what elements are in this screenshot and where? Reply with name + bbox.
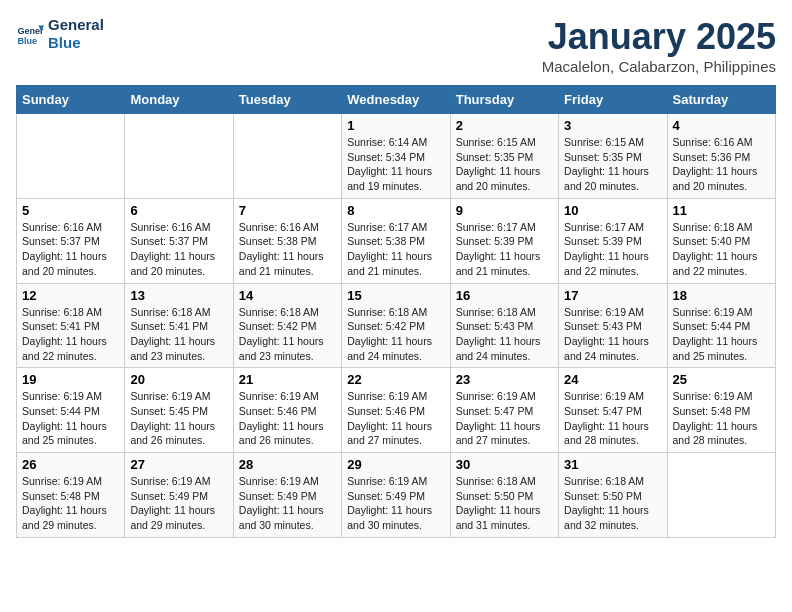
day-number: 29 [347,457,444,472]
day-cell [17,114,125,199]
day-cell: 28Sunrise: 6:19 AMSunset: 5:49 PMDayligh… [233,453,341,538]
day-cell: 29Sunrise: 6:19 AMSunset: 5:49 PMDayligh… [342,453,450,538]
day-cell: 18Sunrise: 6:19 AMSunset: 5:44 PMDayligh… [667,283,775,368]
day-number: 16 [456,288,553,303]
day-number: 13 [130,288,227,303]
day-info: Sunrise: 6:18 AMSunset: 5:41 PMDaylight:… [22,305,119,364]
day-number: 19 [22,372,119,387]
day-number: 20 [130,372,227,387]
day-number: 22 [347,372,444,387]
day-info: Sunrise: 6:19 AMSunset: 5:49 PMDaylight:… [130,474,227,533]
day-cell [233,114,341,199]
day-info: Sunrise: 6:17 AMSunset: 5:39 PMDaylight:… [456,220,553,279]
day-cell: 5Sunrise: 6:16 AMSunset: 5:37 PMDaylight… [17,198,125,283]
day-info: Sunrise: 6:17 AMSunset: 5:38 PMDaylight:… [347,220,444,279]
day-info: Sunrise: 6:19 AMSunset: 5:49 PMDaylight:… [347,474,444,533]
day-info: Sunrise: 6:18 AMSunset: 5:42 PMDaylight:… [239,305,336,364]
day-number: 24 [564,372,661,387]
day-info: Sunrise: 6:18 AMSunset: 5:50 PMDaylight:… [456,474,553,533]
day-cell: 8Sunrise: 6:17 AMSunset: 5:38 PMDaylight… [342,198,450,283]
day-cell: 10Sunrise: 6:17 AMSunset: 5:39 PMDayligh… [559,198,667,283]
day-cell: 1Sunrise: 6:14 AMSunset: 5:34 PMDaylight… [342,114,450,199]
day-number: 21 [239,372,336,387]
day-cell: 24Sunrise: 6:19 AMSunset: 5:47 PMDayligh… [559,368,667,453]
day-info: Sunrise: 6:19 AMSunset: 5:43 PMDaylight:… [564,305,661,364]
calendar-table: SundayMondayTuesdayWednesdayThursdayFrid… [16,85,776,538]
day-number: 23 [456,372,553,387]
week-row-1: 1Sunrise: 6:14 AMSunset: 5:34 PMDaylight… [17,114,776,199]
day-cell: 15Sunrise: 6:18 AMSunset: 5:42 PMDayligh… [342,283,450,368]
day-number: 28 [239,457,336,472]
day-cell: 23Sunrise: 6:19 AMSunset: 5:47 PMDayligh… [450,368,558,453]
day-number: 26 [22,457,119,472]
day-cell: 20Sunrise: 6:19 AMSunset: 5:45 PMDayligh… [125,368,233,453]
day-header-tuesday: Tuesday [233,86,341,114]
week-row-4: 19Sunrise: 6:19 AMSunset: 5:44 PMDayligh… [17,368,776,453]
day-cell: 11Sunrise: 6:18 AMSunset: 5:40 PMDayligh… [667,198,775,283]
title-block: January 2025 Macalelon, Calabarzon, Phil… [542,16,776,75]
day-number: 8 [347,203,444,218]
day-cell: 19Sunrise: 6:19 AMSunset: 5:44 PMDayligh… [17,368,125,453]
logo-icon: General Blue [16,20,44,48]
day-number: 9 [456,203,553,218]
day-cell: 7Sunrise: 6:16 AMSunset: 5:38 PMDaylight… [233,198,341,283]
day-cell: 27Sunrise: 6:19 AMSunset: 5:49 PMDayligh… [125,453,233,538]
day-cell: 21Sunrise: 6:19 AMSunset: 5:46 PMDayligh… [233,368,341,453]
day-info: Sunrise: 6:19 AMSunset: 5:47 PMDaylight:… [564,389,661,448]
days-header-row: SundayMondayTuesdayWednesdayThursdayFrid… [17,86,776,114]
day-header-friday: Friday [559,86,667,114]
day-number: 14 [239,288,336,303]
day-info: Sunrise: 6:19 AMSunset: 5:45 PMDaylight:… [130,389,227,448]
day-info: Sunrise: 6:19 AMSunset: 5:47 PMDaylight:… [456,389,553,448]
day-cell [667,453,775,538]
day-number: 10 [564,203,661,218]
day-info: Sunrise: 6:19 AMSunset: 5:46 PMDaylight:… [347,389,444,448]
day-number: 31 [564,457,661,472]
day-cell: 3Sunrise: 6:15 AMSunset: 5:35 PMDaylight… [559,114,667,199]
day-info: Sunrise: 6:19 AMSunset: 5:49 PMDaylight:… [239,474,336,533]
day-info: Sunrise: 6:19 AMSunset: 5:48 PMDaylight:… [673,389,770,448]
day-number: 1 [347,118,444,133]
day-info: Sunrise: 6:17 AMSunset: 5:39 PMDaylight:… [564,220,661,279]
day-info: Sunrise: 6:16 AMSunset: 5:36 PMDaylight:… [673,135,770,194]
day-cell: 16Sunrise: 6:18 AMSunset: 5:43 PMDayligh… [450,283,558,368]
day-number: 3 [564,118,661,133]
day-cell: 6Sunrise: 6:16 AMSunset: 5:37 PMDaylight… [125,198,233,283]
day-header-monday: Monday [125,86,233,114]
day-number: 17 [564,288,661,303]
day-number: 6 [130,203,227,218]
day-info: Sunrise: 6:18 AMSunset: 5:50 PMDaylight:… [564,474,661,533]
day-cell: 30Sunrise: 6:18 AMSunset: 5:50 PMDayligh… [450,453,558,538]
day-cell: 12Sunrise: 6:18 AMSunset: 5:41 PMDayligh… [17,283,125,368]
day-number: 30 [456,457,553,472]
day-number: 11 [673,203,770,218]
day-cell: 13Sunrise: 6:18 AMSunset: 5:41 PMDayligh… [125,283,233,368]
day-cell [125,114,233,199]
day-cell: 9Sunrise: 6:17 AMSunset: 5:39 PMDaylight… [450,198,558,283]
day-info: Sunrise: 6:18 AMSunset: 5:43 PMDaylight:… [456,305,553,364]
day-number: 27 [130,457,227,472]
day-header-wednesday: Wednesday [342,86,450,114]
day-cell: 22Sunrise: 6:19 AMSunset: 5:46 PMDayligh… [342,368,450,453]
day-info: Sunrise: 6:16 AMSunset: 5:37 PMDaylight:… [130,220,227,279]
day-header-sunday: Sunday [17,86,125,114]
day-info: Sunrise: 6:19 AMSunset: 5:44 PMDaylight:… [22,389,119,448]
day-header-thursday: Thursday [450,86,558,114]
week-row-3: 12Sunrise: 6:18 AMSunset: 5:41 PMDayligh… [17,283,776,368]
day-number: 5 [22,203,119,218]
day-number: 25 [673,372,770,387]
page-header: General Blue General Blue January 2025 M… [16,16,776,75]
day-info: Sunrise: 6:18 AMSunset: 5:42 PMDaylight:… [347,305,444,364]
day-number: 15 [347,288,444,303]
day-info: Sunrise: 6:19 AMSunset: 5:44 PMDaylight:… [673,305,770,364]
day-info: Sunrise: 6:16 AMSunset: 5:37 PMDaylight:… [22,220,119,279]
day-info: Sunrise: 6:18 AMSunset: 5:41 PMDaylight:… [130,305,227,364]
day-info: Sunrise: 6:19 AMSunset: 5:46 PMDaylight:… [239,389,336,448]
day-info: Sunrise: 6:15 AMSunset: 5:35 PMDaylight:… [564,135,661,194]
logo-general: General [48,16,104,34]
day-cell: 26Sunrise: 6:19 AMSunset: 5:48 PMDayligh… [17,453,125,538]
day-number: 18 [673,288,770,303]
day-number: 12 [22,288,119,303]
week-row-2: 5Sunrise: 6:16 AMSunset: 5:37 PMDaylight… [17,198,776,283]
week-row-5: 26Sunrise: 6:19 AMSunset: 5:48 PMDayligh… [17,453,776,538]
